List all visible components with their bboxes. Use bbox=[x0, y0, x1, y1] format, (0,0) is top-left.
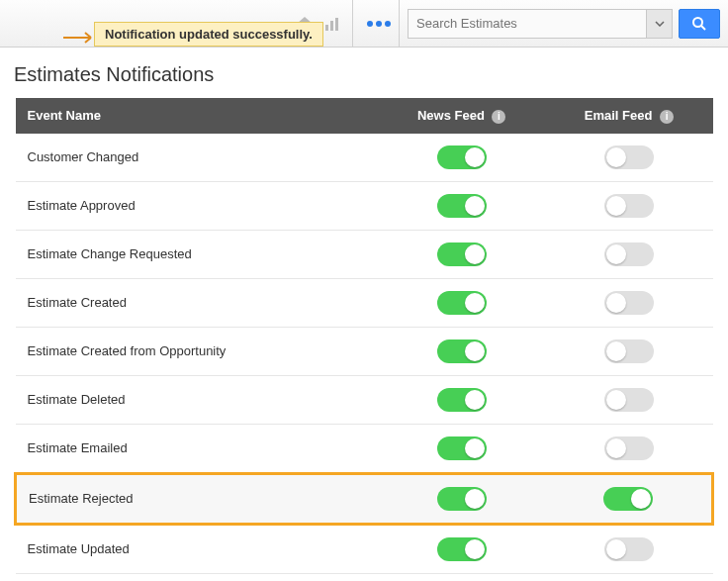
callout-arrow-icon bbox=[61, 30, 97, 46]
email-feed-cell bbox=[545, 573, 712, 581]
event-name-cell: Estimate Rejected bbox=[16, 473, 379, 524]
toggle-knob bbox=[606, 293, 626, 313]
svg-rect-2 bbox=[335, 18, 338, 31]
email-feed-toggle[interactable] bbox=[604, 291, 654, 315]
news-feed-toggle[interactable] bbox=[437, 291, 487, 315]
more-menu-button[interactable] bbox=[359, 0, 399, 47]
table-row: Estimate Created from Opportunity bbox=[16, 327, 713, 375]
toggle-knob bbox=[606, 390, 626, 410]
header-email: Email Feed i bbox=[545, 98, 712, 134]
svg-rect-1 bbox=[330, 21, 333, 31]
toggle-knob bbox=[465, 147, 485, 167]
toggle-knob bbox=[606, 438, 626, 458]
toggle-knob bbox=[465, 341, 485, 361]
table-row: Estimate Approved bbox=[16, 181, 713, 230]
email-feed-toggle[interactable] bbox=[604, 339, 654, 363]
table-row: Estimate Rejected bbox=[16, 473, 713, 524]
svg-rect-0 bbox=[325, 25, 328, 31]
toggle-knob bbox=[465, 293, 485, 313]
chevron-down-icon bbox=[655, 21, 665, 27]
event-name-cell: Estimate Voided bbox=[16, 573, 379, 581]
toggle-knob bbox=[606, 196, 626, 216]
separator bbox=[352, 0, 353, 47]
event-name-cell: Estimate Created bbox=[16, 278, 379, 327]
toggle-knob bbox=[465, 489, 485, 509]
table-row: Estimate Emailed bbox=[16, 424, 713, 473]
news-feed-toggle[interactable] bbox=[437, 145, 487, 169]
toggle-knob bbox=[606, 147, 626, 167]
event-name-cell: Estimate Approved bbox=[16, 181, 379, 230]
news-feed-cell bbox=[378, 230, 545, 278]
news-feed-cell bbox=[378, 134, 545, 182]
toggle-knob bbox=[465, 438, 485, 458]
email-feed-cell bbox=[545, 524, 712, 573]
email-feed-cell bbox=[545, 375, 712, 424]
table-header: Event Name News Feed i Email Feed i bbox=[16, 98, 713, 134]
email-feed-cell bbox=[545, 473, 712, 524]
svg-line-4 bbox=[701, 26, 705, 30]
news-feed-toggle[interactable] bbox=[437, 537, 487, 561]
email-feed-cell bbox=[545, 278, 712, 327]
news-feed-toggle[interactable] bbox=[437, 436, 487, 460]
search-box bbox=[408, 9, 673, 39]
content: Estimates Notifications Event Name News … bbox=[0, 48, 728, 581]
news-feed-cell bbox=[378, 424, 545, 473]
search-input[interactable] bbox=[408, 9, 673, 39]
email-feed-cell bbox=[545, 327, 712, 375]
topbar-right bbox=[291, 0, 728, 47]
news-feed-toggle[interactable] bbox=[437, 194, 487, 218]
event-name-cell: Estimate Updated bbox=[16, 524, 379, 573]
dot-icon bbox=[367, 21, 373, 27]
news-feed-cell bbox=[378, 327, 545, 375]
email-feed-toggle[interactable] bbox=[604, 145, 654, 169]
event-name-cell: Customer Changed bbox=[16, 134, 379, 182]
email-feed-toggle[interactable] bbox=[604, 388, 654, 412]
email-feed-cell bbox=[545, 181, 712, 230]
toggle-knob bbox=[465, 244, 485, 264]
email-feed-toggle[interactable] bbox=[604, 194, 654, 218]
email-feed-cell bbox=[545, 134, 712, 182]
table-row: Estimate Voided bbox=[16, 573, 713, 581]
event-name-cell: Estimate Change Requested bbox=[16, 230, 379, 278]
dot-icon bbox=[385, 21, 391, 27]
toggle-knob bbox=[631, 489, 651, 509]
notification-toast: Notification updated successfully. bbox=[94, 22, 323, 47]
toggle-knob bbox=[606, 341, 626, 361]
header-event: Event Name bbox=[16, 98, 379, 134]
toggle-knob bbox=[465, 196, 485, 216]
dot-icon bbox=[376, 21, 382, 27]
event-name-cell: Estimate Emailed bbox=[16, 424, 379, 473]
news-feed-toggle[interactable] bbox=[437, 339, 487, 363]
search-icon bbox=[691, 16, 707, 32]
search-area bbox=[399, 0, 728, 47]
info-icon[interactable]: i bbox=[660, 110, 674, 124]
page-title: Estimates Notifications bbox=[14, 63, 714, 86]
email-feed-toggle[interactable] bbox=[604, 242, 654, 266]
news-feed-cell bbox=[378, 573, 545, 581]
search-button[interactable] bbox=[679, 9, 720, 39]
news-feed-toggle[interactable] bbox=[437, 242, 487, 266]
search-dropdown-button[interactable] bbox=[646, 10, 672, 38]
toggle-knob bbox=[465, 539, 485, 559]
email-feed-toggle[interactable] bbox=[604, 537, 654, 561]
table-row: Customer Changed bbox=[16, 134, 713, 182]
toggle-knob bbox=[465, 390, 485, 410]
email-feed-cell bbox=[545, 424, 712, 473]
table-row: Estimate Change Requested bbox=[16, 230, 713, 278]
svg-point-3 bbox=[693, 18, 702, 27]
email-feed-toggle[interactable] bbox=[603, 487, 653, 511]
news-feed-cell bbox=[378, 375, 545, 424]
event-name-cell: Estimate Deleted bbox=[16, 375, 379, 424]
table-row: Estimate Deleted bbox=[16, 375, 713, 424]
news-feed-cell bbox=[378, 278, 545, 327]
info-icon[interactable]: i bbox=[492, 110, 505, 124]
news-feed-toggle[interactable] bbox=[437, 388, 487, 412]
notifications-table: Event Name News Feed i Email Feed i Cust… bbox=[14, 98, 714, 581]
notification-text: Notification updated successfully. bbox=[105, 27, 313, 42]
topbar: Notification updated successfully. bbox=[0, 0, 728, 48]
news-feed-cell bbox=[378, 181, 545, 230]
table-row: Estimate Created bbox=[16, 278, 713, 327]
email-feed-toggle[interactable] bbox=[604, 436, 654, 460]
toggle-knob bbox=[606, 539, 626, 559]
news-feed-toggle[interactable] bbox=[437, 487, 487, 511]
